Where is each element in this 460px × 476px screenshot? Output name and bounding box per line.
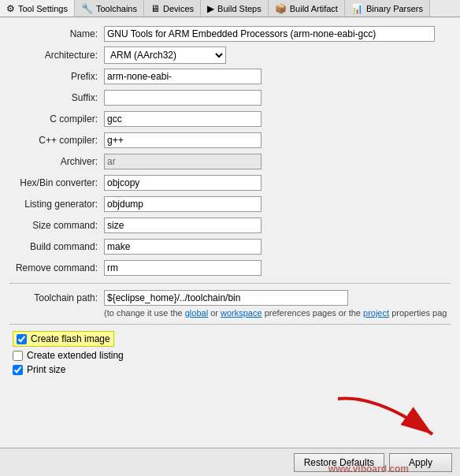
tab-bar: ⚙ Tool Settings 🔧 Toolchains 🖥 Devices ▶… [0,0,460,17]
remove-label: Remove command: [9,262,104,273]
toolchain-path-input[interactable] [104,290,348,306]
tab-tool-settings[interactable]: ⚙ Tool Settings [0,0,75,17]
listing-label: Listing generator: [9,199,104,210]
name-input[interactable] [104,26,435,42]
content-area: Name: Architecture: ARM (AArch32) Prefix… [0,17,460,448]
tab-binary-parsers[interactable]: 📊 Binary Parsers [345,0,430,17]
print-size-checkbox[interactable] [13,365,23,375]
prefix-input[interactable] [104,69,262,84]
remove-input[interactable] [104,260,262,276]
tab-build-steps[interactable]: ▶ Build Steps [201,0,269,17]
tab-binary-parsers-label: Binary Parsers [366,4,423,13]
tab-devices-label: Devices [163,4,194,13]
tab-toolchains-label: Toolchains [96,4,137,13]
suffix-label: Suffix: [9,92,104,103]
toolchain-path-row: Toolchain path: [9,290,451,306]
remove-row: Remove command: [9,259,451,277]
create-extended-label[interactable]: Create extended listing [27,350,124,361]
listing-row: Listing generator: [9,195,451,213]
c-compiler-row: C compiler: [9,110,451,128]
build-steps-icon: ▶ [207,3,214,14]
tab-devices[interactable]: 🖥 Devices [144,0,201,17]
size-input[interactable] [104,218,262,233]
divider-1 [9,283,451,284]
suffix-row: Suffix: [9,89,451,106]
tab-build-artifact-label: Build Artifact [290,4,338,13]
suffix-input[interactable] [104,90,262,106]
toolchain-workspace-link[interactable]: workspace [221,308,262,318]
prefix-label: Prefix: [9,71,104,82]
create-extended-row: Create extended listing [9,350,451,361]
watermark-text: www.viboard.com [328,463,409,474]
hex-bin-input[interactable] [104,175,262,191]
tool-settings-icon: ⚙ [6,3,15,14]
toolchains-icon: 🔧 [81,3,93,14]
print-size-row: Print size [9,364,451,375]
build-input[interactable] [104,239,262,255]
hex-bin-row: Hex/Bin converter: [9,174,451,192]
bottom-bar: www.viboard.com Restore Defaults Apply [0,448,460,476]
tab-tool-settings-label: Tool Settings [18,4,68,13]
create-flash-highlight: Create flash image [13,331,114,347]
architecture-row: Architecture: ARM (AArch32) [9,46,451,64]
toolchain-hint: (to change it use the global or workspac… [104,308,451,318]
create-flash-row: Create flash image [9,331,451,347]
create-flash-checkbox[interactable] [17,334,27,344]
toolchain-path-label: Toolchain path: [9,292,104,303]
build-label: Build command: [9,241,104,252]
divider-2 [9,324,451,325]
name-row: Name: [9,25,451,43]
architecture-label: Architecture: [9,50,104,61]
tab-toolchains[interactable]: 🔧 Toolchains [75,0,144,17]
size-label: Size command: [9,220,104,231]
architecture-select[interactable]: ARM (AArch32) [104,46,226,64]
name-label: Name: [9,28,104,39]
archiver-input[interactable] [104,154,262,169]
cpp-compiler-row: C++ compiler: [9,132,451,149]
size-row: Size command: [9,217,451,234]
c-compiler-label: C compiler: [9,113,104,125]
tab-build-steps-label: Build Steps [217,4,262,13]
hex-bin-label: Hex/Bin converter: [9,177,104,188]
toolchain-global-link[interactable]: global [185,308,208,318]
build-artifact-icon: 📦 [275,3,287,14]
devices-icon: 🖥 [150,3,160,14]
prefix-row: Prefix: [9,68,451,85]
listing-input[interactable] [104,196,262,212]
toolchain-hint-text: (to change it use the [104,308,183,318]
c-compiler-input[interactable] [104,111,262,127]
print-size-label[interactable]: Print size [27,364,65,375]
binary-parsers-icon: 📊 [351,3,363,14]
archiver-label: Archiver: [9,156,104,167]
create-flash-label[interactable]: Create flash image [31,333,110,344]
cpp-compiler-input[interactable] [104,132,262,148]
build-row: Build command: [9,238,451,255]
create-extended-checkbox[interactable] [13,351,23,361]
toolchain-project-link[interactable]: project [363,308,389,318]
tab-build-artifact[interactable]: 📦 Build Artifact [269,0,345,17]
archiver-row: Archiver: [9,153,451,170]
cpp-compiler-label: C++ compiler: [9,135,104,146]
